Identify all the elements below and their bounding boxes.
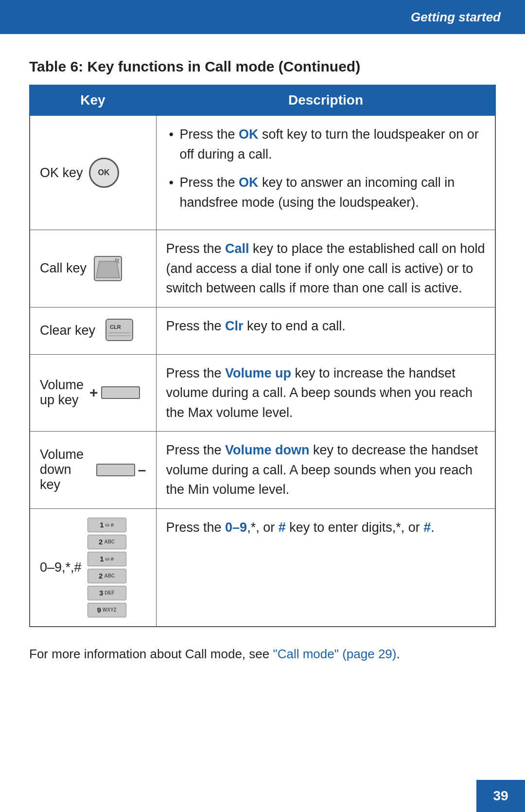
num-keys-icons: 1ω ø 2ABC 1ω ø 2ABC [88, 518, 126, 617]
desc-cell-voldown: Press the Volume down key to decrease th… [156, 432, 495, 509]
vol-bar-down [96, 464, 135, 476]
list-item: Press the OK key to answer an incoming c… [166, 173, 486, 212]
minus-sign: – [138, 462, 146, 478]
vol-bar-up [101, 386, 140, 399]
highlight-call: Call [225, 241, 249, 256]
num-key-9wxyz: 9WXYZ [88, 603, 126, 617]
highlight-ok-1: OK [239, 127, 259, 142]
table-row: Call key R [30, 230, 495, 307]
page-number-box: 39 [476, 780, 525, 812]
ok-icon [89, 158, 119, 188]
clear-key-icon-wrap: CLR [101, 316, 136, 345]
footer-link[interactable]: "Call mode" (page 29) [273, 647, 396, 661]
highlight-clr: Clr [225, 319, 244, 333]
num-key-2abc-1: 2ABC [88, 535, 126, 549]
num-key-1b: 1ω ø [88, 552, 126, 566]
svg-rect-3 [106, 319, 133, 341]
volume-up-icon: + [89, 384, 140, 401]
table-title: Table 6: Key functions in Call mode (Con… [29, 58, 496, 75]
svg-text:CLR: CLR [110, 324, 121, 330]
key-cell-voldown: Volumedown key – [30, 432, 156, 509]
key-cell-volup: Volumeup key + [30, 354, 156, 432]
vol-up-icon-wrap: + [89, 378, 140, 407]
key-functions-table: Key Description OK key [29, 85, 496, 627]
desc-cell-volup: Press the Volume up key to increase the … [156, 354, 495, 432]
table-row: OK key Press the OK soft key to turn the… [30, 115, 495, 230]
footer-note: For more information about Call mode, se… [29, 645, 496, 664]
vol-down-icon-wrap: – [96, 455, 146, 485]
key-name-voldown: Volumedown key [40, 447, 90, 492]
table-row: Volumeup key + Press the Volume up key t… [30, 354, 495, 432]
call-icon: R [92, 253, 125, 285]
key-name-clear: Clear key [40, 323, 95, 338]
volume-down-icon: – [96, 462, 146, 478]
highlight-hash: # [279, 520, 286, 535]
key-cell-numkeys: 0–9,*,# 1ω ø 2ABC 1ω ø [30, 508, 156, 627]
table-row: 0–9,*,# 1ω ø 2ABC 1ω ø [30, 508, 495, 627]
highlight-hash2: # [423, 520, 431, 535]
key-cell-ok: OK key [30, 115, 156, 230]
table-row: Volumedown key – Press the Volume down k… [30, 432, 495, 509]
list-item: Press the OK soft key to turn the loudsp… [166, 125, 486, 164]
footer-text-before: For more information about Call mode, se… [29, 647, 273, 661]
key-cell-clear: Clear key CLR [30, 307, 156, 354]
svg-marker-2 [96, 261, 120, 278]
desc-cell-call: Press the Call key to place the establis… [156, 230, 495, 307]
num-key-3def: 3DEF [88, 586, 126, 600]
highlight-voldown: Volume down [225, 443, 310, 457]
clear-icon: CLR [101, 316, 136, 345]
highlight-numkeys: 0–9 [225, 520, 247, 535]
col-header-key: Key [30, 85, 156, 115]
page-content: Table 6: Key functions in Call mode (Con… [0, 34, 525, 693]
highlight-volup: Volume up [225, 366, 291, 380]
call-key-icon-wrap: R [92, 253, 125, 285]
key-name-volup: Volumeup key [40, 378, 84, 408]
num-key-1a: 1ω ø [88, 518, 126, 532]
page-number: 39 [493, 788, 508, 804]
plus-sign: + [89, 384, 98, 401]
footer-text-after: . [397, 647, 400, 661]
highlight-ok-2: OK [239, 175, 259, 190]
desc-cell-numkeys: Press the 0–9,*, or # key to enter digit… [156, 508, 495, 627]
key-name-call: Call key [40, 261, 87, 276]
desc-cell-ok: Press the OK soft key to turn the loudsp… [156, 115, 495, 230]
top-bar: Getting started [0, 0, 525, 34]
num-key-2abc-2: 2ABC [88, 569, 126, 583]
key-name-ok: OK key [40, 165, 83, 180]
desc-cell-clear: Press the Clr key to end a call. [156, 307, 495, 354]
section-title: Getting started [411, 10, 501, 25]
ok-key-icon-wrap [89, 158, 119, 188]
key-cell-call: Call key R [30, 230, 156, 307]
num-keys-icon-wrap: 1ω ø 2ABC 1ω ø 2ABC [88, 518, 126, 617]
table-row: Clear key CLR [30, 307, 495, 354]
col-header-desc: Description [156, 85, 495, 115]
key-name-numkeys: 0–9,*,# [40, 560, 82, 575]
